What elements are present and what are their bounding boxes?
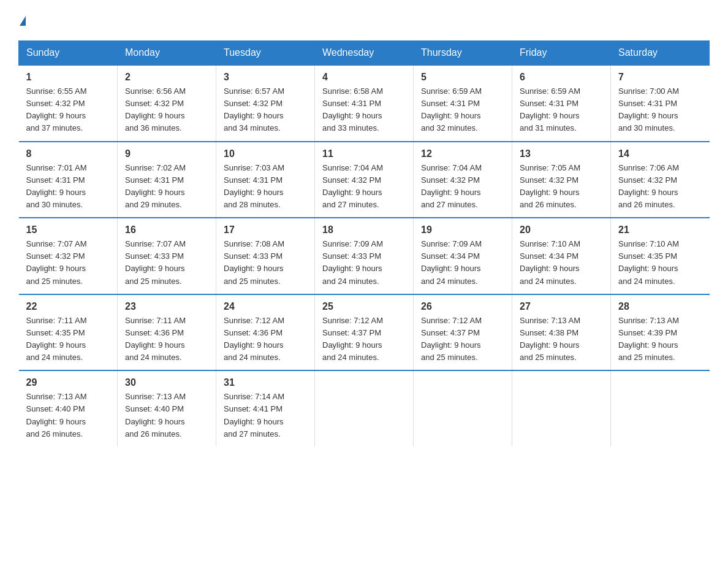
day-info: Sunrise: 6:56 AMSunset: 4:32 PMDaylight:… [125,86,186,132]
day-number: 16 [125,224,208,236]
day-info: Sunrise: 7:14 AMSunset: 4:41 PMDaylight:… [224,392,284,438]
day-number: 6 [520,72,603,83]
header-sunday: Sunday [19,41,118,66]
day-number: 2 [125,72,208,83]
day-number: 14 [618,148,702,159]
day-number: 1 [26,72,110,83]
day-cell: 19 Sunrise: 7:09 AMSunset: 4:34 PMDaylig… [414,218,512,294]
day-number: 19 [421,224,504,236]
page-header [18,18,710,28]
day-cell [611,370,710,446]
day-cell: 21 Sunrise: 7:10 AMSunset: 4:35 PMDaylig… [611,218,710,294]
day-info: Sunrise: 7:13 AMSunset: 4:38 PMDaylight:… [520,316,580,362]
day-info: Sunrise: 7:11 AMSunset: 4:36 PMDaylight:… [125,316,186,362]
day-cell: 2 Sunrise: 6:56 AMSunset: 4:32 PMDayligh… [118,65,216,142]
day-number: 30 [125,377,208,388]
day-cell [414,370,512,446]
day-cell: 24 Sunrise: 7:12 AMSunset: 4:36 PMDaylig… [216,294,315,371]
calendar-table: SundayMondayTuesdayWednesdayThursdayFrid… [18,40,710,446]
day-cell: 15 Sunrise: 7:07 AMSunset: 4:32 PMDaylig… [19,218,118,294]
day-cell: 26 Sunrise: 7:12 AMSunset: 4:37 PMDaylig… [414,294,512,371]
calendar-header: SundayMondayTuesdayWednesdayThursdayFrid… [19,41,710,66]
day-number: 4 [322,72,406,83]
day-info: Sunrise: 7:04 AMSunset: 4:32 PMDaylight:… [322,163,383,209]
calendar-body: 1 Sunrise: 6:55 AMSunset: 4:32 PMDayligh… [19,65,710,446]
day-info: Sunrise: 6:59 AMSunset: 4:31 PMDaylight:… [421,86,482,132]
day-number: 31 [224,377,307,388]
day-number: 10 [224,148,307,159]
day-cell: 20 Sunrise: 7:10 AMSunset: 4:34 PMDaylig… [512,218,611,294]
day-cell: 23 Sunrise: 7:11 AMSunset: 4:36 PMDaylig… [118,294,216,371]
day-cell [315,370,414,446]
day-cell: 12 Sunrise: 7:04 AMSunset: 4:32 PMDaylig… [414,142,512,218]
day-info: Sunrise: 6:59 AMSunset: 4:31 PMDaylight:… [520,86,580,132]
day-cell: 14 Sunrise: 7:06 AMSunset: 4:32 PMDaylig… [611,142,710,218]
day-cell: 8 Sunrise: 7:01 AMSunset: 4:31 PMDayligh… [19,142,118,218]
header-monday: Monday [118,41,216,66]
day-info: Sunrise: 6:55 AMSunset: 4:32 PMDaylight:… [26,86,87,132]
header-tuesday: Tuesday [216,41,315,66]
day-number: 24 [224,301,307,312]
day-number: 18 [322,224,406,236]
day-number: 25 [322,301,406,312]
logo-triangle-icon [20,16,26,26]
day-number: 21 [618,224,702,236]
day-number: 27 [520,301,603,312]
day-cell: 31 Sunrise: 7:14 AMSunset: 4:41 PMDaylig… [216,370,315,446]
day-info: Sunrise: 7:12 AMSunset: 4:37 PMDaylight:… [322,316,383,362]
day-number: 28 [618,301,702,312]
day-cell: 3 Sunrise: 6:57 AMSunset: 4:32 PMDayligh… [216,65,315,142]
day-cell: 22 Sunrise: 7:11 AMSunset: 4:35 PMDaylig… [19,294,118,371]
day-number: 7 [618,72,702,83]
week-row-1: 1 Sunrise: 6:55 AMSunset: 4:32 PMDayligh… [19,65,710,142]
day-number: 12 [421,148,504,159]
day-info: Sunrise: 7:12 AMSunset: 4:37 PMDaylight:… [421,316,482,362]
day-number: 5 [421,72,504,83]
week-row-5: 29 Sunrise: 7:13 AMSunset: 4:40 PMDaylig… [19,370,710,446]
day-info: Sunrise: 7:05 AMSunset: 4:32 PMDaylight:… [520,163,580,209]
header-wednesday: Wednesday [315,41,414,66]
day-info: Sunrise: 7:01 AMSunset: 4:31 PMDaylight:… [26,163,87,209]
day-cell: 29 Sunrise: 7:13 AMSunset: 4:40 PMDaylig… [19,370,118,446]
header-saturday: Saturday [611,41,710,66]
day-number: 29 [26,377,110,388]
day-info: Sunrise: 7:13 AMSunset: 4:40 PMDaylight:… [125,392,186,438]
day-cell: 7 Sunrise: 7:00 AMSunset: 4:31 PMDayligh… [611,65,710,142]
header-thursday: Thursday [414,41,512,66]
week-row-2: 8 Sunrise: 7:01 AMSunset: 4:31 PMDayligh… [19,142,710,218]
day-info: Sunrise: 7:08 AMSunset: 4:33 PMDaylight:… [224,239,284,285]
day-number: 3 [224,72,307,83]
day-cell: 5 Sunrise: 6:59 AMSunset: 4:31 PMDayligh… [414,65,512,142]
day-number: 15 [26,224,110,236]
day-info: Sunrise: 7:10 AMSunset: 4:34 PMDaylight:… [520,239,580,285]
week-row-3: 15 Sunrise: 7:07 AMSunset: 4:32 PMDaylig… [19,218,710,294]
day-info: Sunrise: 7:13 AMSunset: 4:40 PMDaylight:… [26,392,87,438]
day-number: 13 [520,148,603,159]
day-number: 8 [26,148,110,159]
header-friday: Friday [512,41,611,66]
day-cell: 6 Sunrise: 6:59 AMSunset: 4:31 PMDayligh… [512,65,611,142]
day-cell: 9 Sunrise: 7:02 AMSunset: 4:31 PMDayligh… [118,142,216,218]
day-cell: 27 Sunrise: 7:13 AMSunset: 4:38 PMDaylig… [512,294,611,371]
day-info: Sunrise: 7:09 AMSunset: 4:34 PMDaylight:… [421,239,482,285]
day-info: Sunrise: 7:12 AMSunset: 4:36 PMDaylight:… [224,316,284,362]
day-number: 9 [125,148,208,159]
day-cell: 18 Sunrise: 7:09 AMSunset: 4:33 PMDaylig… [315,218,414,294]
day-info: Sunrise: 6:58 AMSunset: 4:31 PMDaylight:… [322,86,383,132]
day-info: Sunrise: 7:03 AMSunset: 4:31 PMDaylight:… [224,163,284,209]
day-info: Sunrise: 7:00 AMSunset: 4:31 PMDaylight:… [618,86,679,132]
day-info: Sunrise: 7:04 AMSunset: 4:32 PMDaylight:… [421,163,482,209]
day-info: Sunrise: 7:13 AMSunset: 4:39 PMDaylight:… [618,316,679,362]
logo [18,18,26,28]
day-info: Sunrise: 7:07 AMSunset: 4:33 PMDaylight:… [125,239,186,285]
day-number: 23 [125,301,208,312]
day-info: Sunrise: 7:02 AMSunset: 4:31 PMDaylight:… [125,163,186,209]
day-info: Sunrise: 7:11 AMSunset: 4:35 PMDaylight:… [26,316,87,362]
day-number: 17 [224,224,307,236]
day-cell: 11 Sunrise: 7:04 AMSunset: 4:32 PMDaylig… [315,142,414,218]
day-number: 26 [421,301,504,312]
day-cell: 30 Sunrise: 7:13 AMSunset: 4:40 PMDaylig… [118,370,216,446]
day-info: Sunrise: 7:07 AMSunset: 4:32 PMDaylight:… [26,239,87,285]
day-cell: 25 Sunrise: 7:12 AMSunset: 4:37 PMDaylig… [315,294,414,371]
day-cell: 10 Sunrise: 7:03 AMSunset: 4:31 PMDaylig… [216,142,315,218]
